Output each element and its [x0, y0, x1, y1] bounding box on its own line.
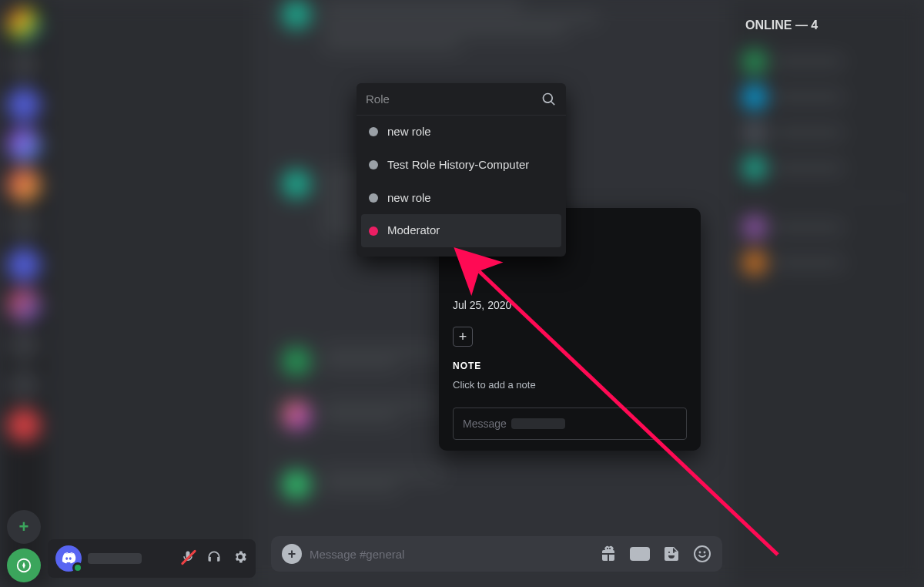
search-icon	[541, 92, 557, 107]
role-color-dot	[369, 127, 378, 136]
headphones-icon	[206, 549, 222, 565]
gear-icon	[233, 549, 248, 565]
role-color-dot	[369, 160, 378, 169]
plus-icon: +	[459, 329, 467, 345]
server-icon[interactable]	[7, 328, 41, 362]
dm-recipient-redacted	[511, 418, 565, 429]
emoji-icon[interactable]	[693, 545, 711, 563]
svg-point-2	[695, 546, 710, 562]
svg-point-4	[704, 552, 706, 554]
members-panel	[732, 0, 924, 587]
home-button[interactable]	[7, 8, 41, 42]
role-search-input[interactable]	[366, 92, 541, 106]
server-rail	[0, 0, 48, 587]
role-option-label: new role	[387, 191, 431, 206]
member-since-date: Jul 25, 2020	[453, 299, 687, 311]
server-icon[interactable]	[7, 408, 41, 442]
sticker-icon[interactable]	[662, 545, 681, 563]
role-select-popover: new roleTest Role History-Computernew ro…	[357, 83, 566, 257]
svg-point-3	[699, 552, 701, 554]
add-server-button[interactable]: +	[7, 510, 41, 544]
message-input-placeholder: Message #general	[310, 548, 404, 561]
role-option-label: Moderator	[387, 223, 440, 238]
plus-icon: +	[288, 546, 296, 562]
status-online-icon	[72, 562, 83, 573]
user-settings-button[interactable]	[233, 549, 248, 568]
role-option-label: Test Role History-Computer	[387, 158, 529, 173]
server-icon[interactable]	[7, 48, 41, 82]
compass-icon	[15, 557, 32, 574]
server-icon[interactable]	[7, 88, 41, 122]
svg-marker-1	[22, 562, 25, 569]
server-icon[interactable]	[7, 288, 41, 322]
gif-button[interactable]: GIF	[630, 547, 650, 561]
username-redacted	[88, 553, 142, 564]
server-icon[interactable]	[7, 368, 41, 402]
role-option[interactable]: Moderator	[361, 214, 561, 247]
role-search-row	[357, 83, 566, 116]
message-input-bar[interactable]: + Message #general GIF	[271, 536, 722, 572]
deafen-button[interactable]	[206, 549, 222, 568]
attach-button[interactable]: +	[282, 544, 302, 564]
note-heading: NOTE	[453, 361, 687, 371]
server-icon[interactable]	[7, 128, 41, 162]
dm-input-prefix: Message	[463, 418, 507, 430]
mute-button[interactable]	[180, 549, 196, 568]
role-color-dot	[369, 226, 378, 236]
server-icon[interactable]	[7, 208, 41, 242]
members-heading-wrap: ONLINE — 4	[732, 0, 924, 51]
role-option-label: new role	[387, 125, 431, 139]
server-icon[interactable]	[7, 168, 41, 202]
user-panel	[48, 539, 256, 578]
self-avatar[interactable]	[55, 545, 82, 572]
role-option[interactable]: Test Role History-Computer	[357, 149, 566, 182]
server-icon[interactable]	[7, 248, 41, 282]
add-role-button[interactable]: +	[453, 327, 473, 347]
role-color-dot	[369, 193, 378, 203]
explore-servers-button[interactable]	[7, 548, 41, 582]
gift-icon[interactable]	[599, 545, 618, 563]
channel-sidebar	[48, 0, 256, 587]
members-online-heading: ONLINE — 4	[745, 18, 910, 32]
note-placeholder[interactable]: Click to add a note	[453, 379, 687, 391]
role-option[interactable]: new role	[357, 182, 566, 215]
plus-icon: +	[19, 517, 29, 537]
dm-input[interactable]: Message	[453, 408, 687, 440]
role-option[interactable]: new role	[357, 116, 566, 149]
